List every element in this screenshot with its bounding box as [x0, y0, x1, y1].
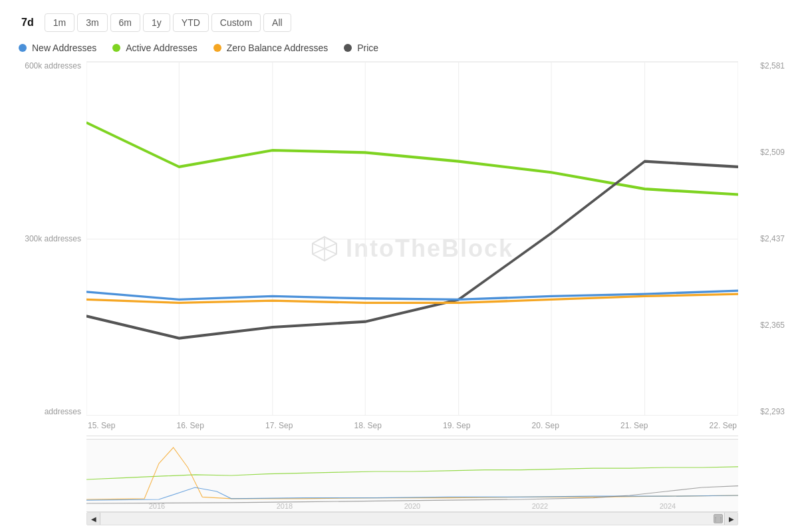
legend-label-price: Price [357, 43, 378, 53]
legend-new-addresses: New Addresses [19, 43, 96, 53]
btn-custom[interactable]: Custom [211, 13, 261, 32]
y-right-label-1: $2,509 [741, 148, 785, 157]
x-label-1: 16. Sep [177, 421, 204, 430]
y-right-label-3: $2,365 [741, 321, 785, 330]
btn-1m[interactable]: 1m [45, 13, 74, 32]
btn-7d[interactable]: 7d [13, 13, 42, 32]
mini-x-2024: 2024 [660, 502, 676, 510]
y-axis-right: $2,581 $2,509 $2,437 $2,365 $2,293 [738, 61, 785, 436]
btn-3m[interactable]: 3m [77, 13, 107, 32]
mini-x-2016: 2016 [149, 502, 165, 510]
mini-x-2020: 2020 [404, 502, 420, 510]
active-addresses-line [86, 122, 738, 194]
legend-zero-balance: Zero Balance Addresses [213, 43, 329, 53]
chart-legend: New Addresses Active Addresses Zero Bala… [13, 43, 785, 53]
y-label-600k: 600k addresses [13, 61, 81, 70]
x-axis: 15. Sep 16. Sep 17. Sep 18. Sep 19. Sep … [86, 416, 738, 436]
x-label-0: 15. Sep [88, 421, 115, 430]
main-container: 7d 1m 3m 6m 1y YTD Custom All New Addres… [0, 0, 798, 532]
new-addresses-line [86, 291, 738, 299]
scrollbar-track[interactable]: ◀ ⋮⋮ ▶ [86, 512, 738, 525]
mini-chart-area: 2016 2018 2020 2022 2024 [13, 439, 785, 512]
x-label-3: 18. Sep [354, 421, 382, 430]
legend-price: Price [344, 43, 378, 53]
legend-label-active-addresses: Active Addresses [126, 43, 197, 53]
y-axis-left: 600k addresses 300k addresses addresses [13, 61, 86, 436]
time-range-buttons: 7d 1m 3m 6m 1y YTD Custom All [13, 13, 785, 32]
x-label-6: 21. Sep [620, 421, 648, 430]
mini-x-2018: 2018 [277, 502, 293, 510]
x-label-2: 17. Sep [265, 421, 293, 430]
chart-plot-area: IntoTheBlock [86, 61, 738, 436]
scrollbar-right-button[interactable]: ▶ [724, 513, 737, 525]
y-label-0k: addresses [13, 407, 81, 416]
y-right-label-2: $2,437 [741, 234, 785, 243]
legend-active-addresses: Active Addresses [112, 43, 197, 53]
chart-svg [86, 62, 738, 416]
scrollbar-thumb[interactable]: ⋮⋮ [714, 514, 723, 523]
legend-label-new-addresses: New Addresses [32, 43, 96, 53]
x-label-4: 19. Sep [443, 421, 470, 430]
y-label-300k: 300k addresses [13, 234, 81, 243]
main-chart-area: 600k addresses 300k addresses addresses … [13, 61, 785, 436]
scrollbar-area: ◀ ⋮⋮ ▶ [13, 512, 785, 525]
legend-dot-zero-balance [213, 44, 221, 52]
y-right-label-4: $2,293 [741, 407, 785, 416]
mini-chart-plot[interactable]: 2016 2018 2020 2022 2024 [86, 439, 738, 512]
mini-y-space [13, 439, 86, 512]
btn-6m[interactable]: 6m [110, 13, 140, 32]
scrollbar-right-space [738, 512, 785, 525]
mini-x-2022: 2022 [532, 502, 548, 510]
legend-dot-new-addresses [19, 44, 27, 52]
mini-right-space [738, 439, 785, 512]
scrollbar-left-space [13, 512, 86, 525]
x-label-7: 22. Sep [710, 421, 737, 430]
mini-chart-svg [86, 440, 738, 511]
legend-dot-price [344, 44, 352, 52]
btn-all[interactable]: All [263, 13, 291, 32]
y-right-label-0: $2,581 [741, 61, 785, 70]
btn-ytd[interactable]: YTD [173, 13, 209, 32]
legend-label-zero-balance: Zero Balance Addresses [227, 43, 329, 53]
x-label-5: 20. Sep [532, 421, 559, 430]
btn-1y[interactable]: 1y [143, 13, 170, 32]
mini-x-axis: 2016 2018 2020 2022 2024 [86, 502, 738, 510]
legend-dot-active-addresses [112, 44, 120, 52]
scrollbar-left-button[interactable]: ◀ [87, 513, 100, 525]
